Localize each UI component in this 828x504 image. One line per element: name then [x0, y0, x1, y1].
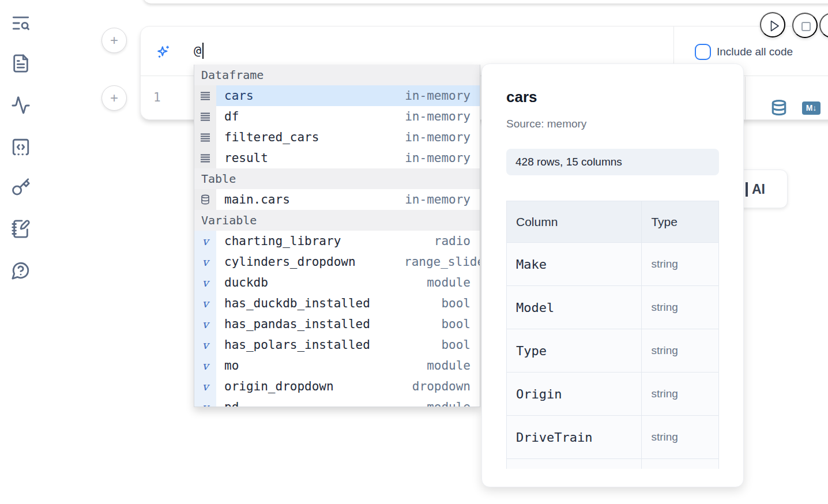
schema-column-name: DriveTrain [507, 416, 642, 459]
autocomplete-item-charting_library[interactable]: vcharting_libraryradio [194, 231, 480, 251]
file-search-icon[interactable] [11, 13, 31, 33]
item-name: pd [224, 400, 239, 407]
help-chat-icon[interactable] [11, 261, 31, 280]
item-type: bool [404, 317, 471, 331]
include-all-code-label: Include all code [717, 46, 793, 58]
item-type: in-memory [404, 151, 471, 165]
autocomplete-dropdown: Dataframecarsin-memorydfin-memoryfiltere… [194, 65, 480, 407]
autocomplete-section-table: Table [194, 168, 480, 189]
item-type: module [404, 276, 471, 289]
markdown-badge-icon[interactable]: M↓ [802, 101, 821, 115]
item-name: charting_library [224, 234, 341, 248]
ai-generate-button[interactable]: AI [737, 170, 788, 208]
schema-column-type: string [642, 329, 719, 373]
dataframe-icon [194, 106, 216, 127]
dataframe-icon [194, 127, 216, 148]
autocomplete-item-pd[interactable]: vpdmodule [194, 397, 480, 407]
schema-header-column: Column [507, 201, 642, 243]
schema-header-type: Type [642, 201, 719, 243]
add-cell-above-button[interactable]: + [101, 28, 127, 53]
autocomplete-item-cars[interactable]: carsin-memory [194, 85, 480, 106]
editor-divider [745, 77, 746, 119]
item-name: result [224, 151, 268, 165]
item-type: in-memory [404, 193, 471, 206]
sparkles-icon [155, 44, 171, 60]
autocomplete-item-df[interactable]: dfin-memory [194, 106, 480, 127]
schema-row-make: Makestring [507, 243, 719, 286]
item-type: radio [404, 234, 471, 248]
text-caret [202, 43, 204, 59]
previous-cell-bottom [143, 0, 828, 3]
preview-title: cars [506, 88, 537, 106]
autocomplete-item-origin_dropdown[interactable]: vorigin_dropdowndropdown [194, 376, 480, 397]
dataframe-preview-panel: cars Source: memory 428 rows, 15 columns… [481, 63, 744, 487]
item-name: origin_dropdown [224, 379, 334, 393]
preview-stats-badge: 428 rows, 15 columns [506, 149, 719, 175]
autocomplete-item-has_duckdb_installed[interactable]: vhas_duckdb_installedbool [194, 293, 480, 314]
add-cell-below-button[interactable]: + [101, 85, 127, 111]
schema-column-name: Origin [507, 373, 642, 416]
autocomplete-item-main.cars[interactable]: main.carsin-memory [194, 189, 480, 210]
preview-source: Source: memory [506, 118, 586, 130]
ai-prompt-input[interactable]: @ [194, 43, 201, 58]
item-type: in-memory [404, 110, 471, 123]
item-name: mo [224, 359, 239, 373]
dataframe-icon [194, 85, 216, 106]
variable-icon: v [194, 251, 216, 272]
key-icon[interactable] [11, 178, 31, 197]
item-name: has_duckdb_installed [224, 296, 370, 310]
occluded-letter [746, 182, 748, 197]
variable-icon: v [194, 376, 216, 397]
database-icon[interactable] [770, 98, 788, 119]
schema-column-name: Make [507, 243, 642, 286]
autocomplete-item-has_polars_installed[interactable]: vhas_polars_installedbool [194, 334, 480, 355]
item-type: in-memory [404, 89, 471, 103]
item-type: dropdown [404, 379, 471, 393]
item-name: cars [224, 89, 254, 103]
autocomplete-section-dataframe: Dataframe [194, 65, 480, 85]
item-type: range_slider [404, 255, 471, 269]
schema-row-drivetrain: DriveTrainstring [507, 416, 719, 459]
schema-row-model: Modelstring [507, 286, 719, 329]
item-name: filtered_cars [224, 130, 319, 144]
table-icon [194, 189, 216, 210]
item-name: main.cars [224, 193, 290, 206]
item-type: module [404, 359, 471, 373]
schema-column-type: string [642, 243, 719, 286]
autocomplete-item-mo[interactable]: vmomodule [194, 355, 480, 376]
variable-icon: v [194, 314, 216, 334]
activity-icon[interactable] [11, 96, 31, 115]
snippets-code-icon[interactable] [11, 137, 31, 157]
dataframe-icon [194, 148, 216, 168]
schema-column-name: Model [507, 286, 642, 329]
schema-row-type: Typestring [507, 329, 719, 373]
preview-schema-table: Column Type MakestringModelstringTypestr… [506, 201, 720, 469]
schema-column-type: string [642, 373, 719, 416]
autocomplete-item-duckdb[interactable]: vduckdbmodule [194, 272, 480, 293]
autocomplete-item-result[interactable]: resultin-memory [194, 148, 480, 168]
variable-icon: v [194, 355, 216, 376]
file-document-icon[interactable] [11, 54, 31, 73]
item-type: bool [404, 296, 471, 310]
run-button[interactable] [760, 12, 785, 37]
variable-icon: v [194, 334, 216, 355]
item-type: bool [404, 338, 471, 352]
schema-column-name: Type [507, 329, 642, 373]
ai-button-label: AI [752, 182, 765, 197]
item-type: in-memory [404, 130, 471, 144]
schema-column-type: string [642, 286, 719, 329]
sidebar [0, 0, 42, 504]
autocomplete-item-cylinders_dropdown[interactable]: vcylinders_dropdownrange_slider [194, 251, 480, 272]
schema-column-type: string [642, 416, 719, 459]
variable-icon: v [194, 397, 216, 407]
autocomplete-item-has_pandas_installed[interactable]: vhas_pandas_installedbool [194, 314, 480, 334]
item-name: has_polars_installed [224, 338, 370, 352]
autocomplete-item-filtered_cars[interactable]: filtered_carsin-memory [194, 127, 480, 148]
stop-button[interactable] [792, 13, 818, 38]
item-name: cylinders_dropdown [224, 255, 356, 269]
variable-icon: v [194, 231, 216, 251]
item-name: df [224, 110, 239, 123]
include-all-code-checkbox[interactable] [695, 44, 711, 60]
scratchpad-notebook-pen-icon[interactable] [11, 219, 31, 239]
item-name: has_pandas_installed [224, 317, 370, 331]
